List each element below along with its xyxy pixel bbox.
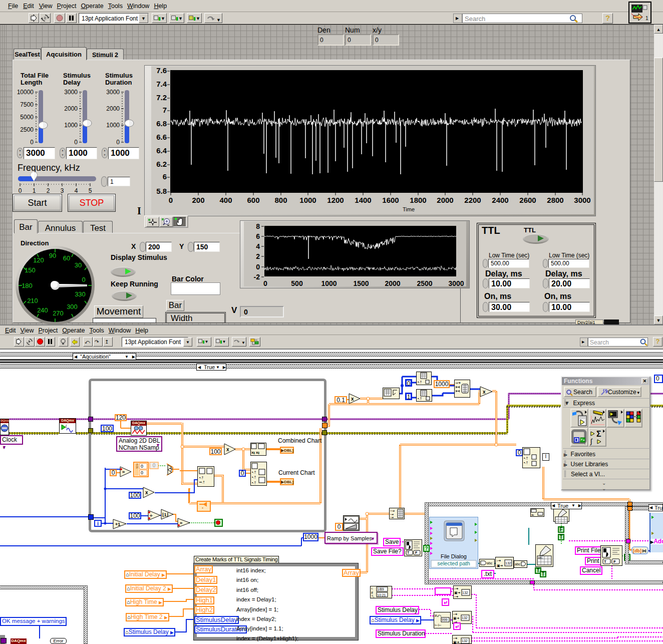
svg-text:132: 132 xyxy=(462,616,468,619)
svg-text:=: = xyxy=(122,470,125,475)
svg-text:abc: abc xyxy=(515,562,521,566)
svg-text:x: x xyxy=(483,389,486,395)
svg-text:xᵢᵢ xᵢᵢ: xᵢᵢ xᵢᵢ xyxy=(251,450,259,455)
svg-text:ABC: ABC xyxy=(538,556,543,559)
svg-text:▪.†: ▪.† xyxy=(418,397,422,400)
svg-text:▫•➔: ▫•➔ xyxy=(455,381,461,385)
svg-text:x: x xyxy=(226,447,229,452)
svg-text:Σ: Σ xyxy=(596,430,601,438)
svg-text:⊢⊢: ⊢⊢ xyxy=(435,623,442,627)
svg-text:▪.†: ▪.† xyxy=(524,461,528,464)
svg-text:File Dialog: File Dialog xyxy=(441,553,467,559)
svg-text:▫➔: ▫➔ xyxy=(453,636,457,640)
svg-text:∫: ∫ xyxy=(590,437,593,445)
svg-text:x: x xyxy=(145,490,148,495)
svg-text:*: * xyxy=(202,506,203,511)
svg-text:▫➔: ▫➔ xyxy=(497,559,501,562)
svg-text:▪.†: ▪.† xyxy=(252,475,256,479)
svg-text:[db]: [db] xyxy=(633,548,641,553)
svg-text:▣➔: ▣➔ xyxy=(453,616,460,620)
svg-text:#: # xyxy=(371,591,373,594)
svg-text:⌊1⌋: ⌊1⌋ xyxy=(162,512,168,517)
svg-text:›:: ›: xyxy=(371,587,373,590)
svg-text:selected path: selected path xyxy=(437,560,470,566)
svg-text:1/89: 1/89 xyxy=(377,587,384,591)
svg-text:⋈: ⋈ xyxy=(642,548,646,553)
svg-text:▫➔: ▫➔ xyxy=(390,516,394,519)
svg-text:+1: +1 xyxy=(115,522,120,527)
svg-text:#⤺: #⤺ xyxy=(435,613,441,618)
svg-text:132: 132 xyxy=(505,561,511,565)
svg-text:132: 132 xyxy=(462,639,468,642)
svg-text:▪.†: ▪.† xyxy=(252,470,256,474)
svg-text:▪▪.†: ▪▪.† xyxy=(199,480,205,484)
svg-text:F: F xyxy=(415,551,418,554)
svg-text:▪.†: ▪.† xyxy=(252,481,256,484)
svg-text:↥: ↥ xyxy=(105,339,109,345)
svg-text:x: x xyxy=(351,396,354,402)
svg-text:▫➔: ▫➔ xyxy=(453,612,457,616)
svg-text:F: F xyxy=(613,559,616,564)
svg-text:T: T xyxy=(604,559,606,564)
svg-text:999: 999 xyxy=(442,618,448,621)
svg-text:▫➔: ▫➔ xyxy=(454,595,458,598)
svg-text:▪.†: ▪.† xyxy=(418,380,422,384)
svg-text:▫➔: ▫➔ xyxy=(454,587,458,590)
svg-text:▪.†: ▪.† xyxy=(524,456,528,460)
svg-text:▫▫➔: ▫▫➔ xyxy=(390,509,395,512)
svg-text:↷: ↷ xyxy=(95,339,99,345)
svg-text:132: 132 xyxy=(462,591,468,594)
svg-text:{: { xyxy=(66,424,67,428)
svg-text:T: T xyxy=(407,551,410,554)
svg-text:▪.†: ▪.† xyxy=(199,476,203,479)
svg-text:xᵢᵢ: xᵢᵢ xyxy=(531,513,534,516)
svg-text:10:21: 10:21 xyxy=(377,593,386,597)
svg-text:÷: ÷ xyxy=(150,513,153,518)
svg-text:▣➔: ▣➔ xyxy=(454,591,461,594)
svg-text:▣➔: ▣➔ xyxy=(453,640,460,643)
svg-text:=: = xyxy=(180,521,182,526)
svg-text:▣➔: ▣➔ xyxy=(497,564,503,567)
svg-text:abc: abc xyxy=(487,561,493,565)
svg-text:⤺: ⤺ xyxy=(85,339,90,345)
svg-text:?₁: ?₁ xyxy=(371,594,375,598)
svg-text:?: ? xyxy=(170,467,173,472)
